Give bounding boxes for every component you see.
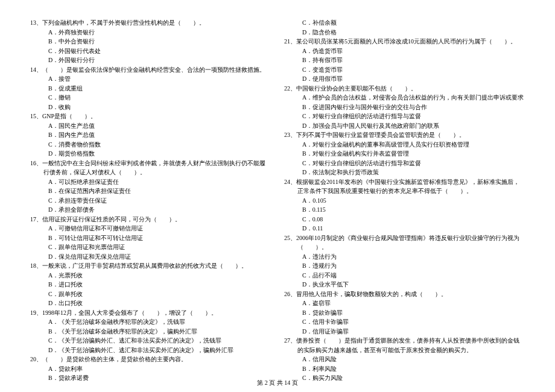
q18-optA: A．光票托收 xyxy=(30,271,271,280)
left-column: 13、下列金融机构中，不属于外资银行营业性机构的是（ ）。 A．外商独资银行 B… xyxy=(30,18,271,383)
q14-optB: B．促成重组 xyxy=(30,84,271,93)
q23-optD: D．依法制定和执行货币政策 xyxy=(284,168,525,177)
page-footer: 第 2 页 共 14 页 xyxy=(0,378,555,388)
q26-text: 26、冒用他人信用卡，骗取财物数额较大的，构成（ ）。 xyxy=(284,289,525,299)
q25-optC: C．品行不端 xyxy=(284,271,525,280)
q19-text: 19、1998年12月，全国人大常委会颁布了（ ），增设了（ ）。 xyxy=(30,308,271,318)
q15-optA: A．国民生产总值 xyxy=(30,121,271,131)
q25-optD: D．执业水平低下 xyxy=(284,280,525,289)
q20-optA: A．贷款利率 xyxy=(30,364,271,374)
q18-optB: B．进口托收 xyxy=(30,280,271,289)
page-columns: 13、下列金融机构中，不属于外资银行营业性机构的是（ ）。 A．外商独资银行 B… xyxy=(30,18,525,383)
q24-optD: D．0.11 xyxy=(284,224,525,233)
q20-optD: D．隐含价格 xyxy=(284,28,525,37)
q25-text: 25、2006年10月制定的《商业银行合规风险管理指南》将违反银行业职业操守的行… xyxy=(284,233,525,252)
q23-optB: B．对银行业金融机构实行并表监督管理 xyxy=(284,149,525,159)
q22-text: 22、中国银行业协会的主要职能不包括（ ）。 xyxy=(284,84,525,93)
q13-optA: A．外商独资银行 xyxy=(30,28,271,37)
q14-optC: C．撤销 xyxy=(30,93,271,103)
q13-optD: D．外国银行分行 xyxy=(30,55,271,65)
q16-text: 16、一般情况中在主合同纠纷未经审判或者仲裁，并就债务人财产依法强制执行仍不能履… xyxy=(30,159,271,177)
q27-optA: A．信用风险 xyxy=(284,355,525,364)
q20-optC: C．补偿余额 xyxy=(284,18,525,28)
q26-optD: D．信用证诈骗罪 xyxy=(284,327,525,337)
q17-optA: A．可撤销信用证和不可撤销信用证 xyxy=(30,224,271,233)
q23-optC: C．对银行业自律组织的活动进行指导和监督 xyxy=(284,159,525,168)
q16-optA: A．可以拒绝承担保证责任 xyxy=(30,177,271,187)
q20-text: 20、（ ）是贷款价格的主体，是贷款价格的主要内容。 xyxy=(30,355,271,364)
q13-optC: C．外国银行代表处 xyxy=(30,46,271,56)
q15-optC: C．消费者物价指数 xyxy=(30,140,271,150)
q22-optD: D．加强会员与中国人民银行及其他政府部门的联系 xyxy=(284,121,525,131)
q16-optB: B．在保证范围内承担保证责任 xyxy=(30,186,271,196)
q25-optB: B．违规行为 xyxy=(284,261,525,271)
q19-optA: A．《关于惩治破坏金融秩序犯罪的决定》，洗钱罪 xyxy=(30,317,271,327)
q24-optC: C．0.08 xyxy=(284,215,525,224)
q23-optA: A．对银行业金融机构的董事和高级管理人员实行任职资格管理 xyxy=(284,140,525,150)
q17-optD: D．保兑信用证和无保兑信用证 xyxy=(30,252,271,262)
q26-optC: C．信用卡诈骗罪 xyxy=(284,317,525,327)
q21-optA: A．伪造货币罪 xyxy=(284,46,525,56)
q26-optB: B．贷款诈骗罪 xyxy=(284,308,525,318)
q17-optB: B．可转让信用证和不可转让信用证 xyxy=(30,233,271,243)
q25-optA: A．违法行为 xyxy=(284,252,525,262)
q19-optC: C．《关于惩治骗购外汇、逃汇和非法买卖外汇的决定》，洗钱罪 xyxy=(30,336,271,346)
q13-optB: B．中外合资银行 xyxy=(30,37,271,46)
q14-optA: A．接管 xyxy=(30,74,271,84)
q16-optD: D．承担全部债务 xyxy=(30,205,271,215)
q15-text: 15、GNP是指（ ）。 xyxy=(30,112,271,121)
q21-optD: D．使用假币罪 xyxy=(284,74,525,84)
q21-optC: C．变造货币罪 xyxy=(284,65,525,75)
q24-optB: B．0.115 xyxy=(284,205,525,215)
q16-optC: C．承担连带责任保证 xyxy=(30,196,271,206)
q26-optA: A．盗窃罪 xyxy=(284,299,525,308)
q24-optA: A．0.105 xyxy=(284,196,525,206)
q17-optC: C．跟单信用证和光票信用证 xyxy=(30,242,271,252)
q17-text: 17、信用证按开证行保证性质的不同，可分为（ ）。 xyxy=(30,215,271,224)
q22-optA: A．维护会员的合法权益，对侵害会员合法权益的行为，向有关部门提出申诉或要求 xyxy=(284,93,525,103)
q27-optB: B．利率风险 xyxy=(284,364,525,374)
q14-optD: D．收购 xyxy=(30,103,271,112)
q14-text: 14、（ ）是银监会依法保护银行业金融机构经营安全、合法的一项预防性拯救措施。 xyxy=(30,65,271,75)
q22-optB: B．促进国内银行业与国外银行业的交往与合作 xyxy=(284,103,525,112)
q15-optB: B．国内生产总值 xyxy=(30,130,271,140)
q18-optC: C．跟单托收 xyxy=(30,289,271,299)
q27-text: 27、债券投资（ ）是指由于通货膨胀的发生，债券持有人从投资债券中所收到的金钱的… xyxy=(284,336,525,355)
q22-optC: C．对银行业自律组织的活动进行指导与监督 xyxy=(284,112,525,121)
q23-text: 23、下列不属于中国银行业监督管理委员会监管职责的是（ ）。 xyxy=(284,130,525,140)
q21-optB: B．持有假币罪 xyxy=(284,55,525,65)
right-column: C．补偿余额 D．隐含价格 21、某公司职员张某将5元面额的人民币涂改成10元面… xyxy=(284,18,525,383)
q19-optD: D．《关于惩治骗购外汇、逃汇和非法买卖外汇的决定》，骗购外汇罪 xyxy=(30,346,271,355)
q13-text: 13、下列金融机构中，不属于外资银行营业性机构的是（ ）。 xyxy=(30,18,271,28)
q24-text: 24、根据银监会2011年发布的《中国银行业实施新监管标准指导意见》，新标准实施… xyxy=(284,177,525,196)
q21-text: 21、某公司职员张某将5元面额的人民币涂改成10元面额的人民币的行为属于（ ）。 xyxy=(284,37,525,46)
q19-optB: B．《关于惩治破坏金融秩序犯罪的决定》，骗购外汇罪 xyxy=(30,327,271,337)
q18-optD: D．出口托收 xyxy=(30,299,271,308)
q18-text: 18、一般来说，广泛用于非贸易结算或贸易从属费用收款的托收方式是（ ）。 xyxy=(30,261,271,271)
q15-optD: D．期货价格指数 xyxy=(30,149,271,159)
